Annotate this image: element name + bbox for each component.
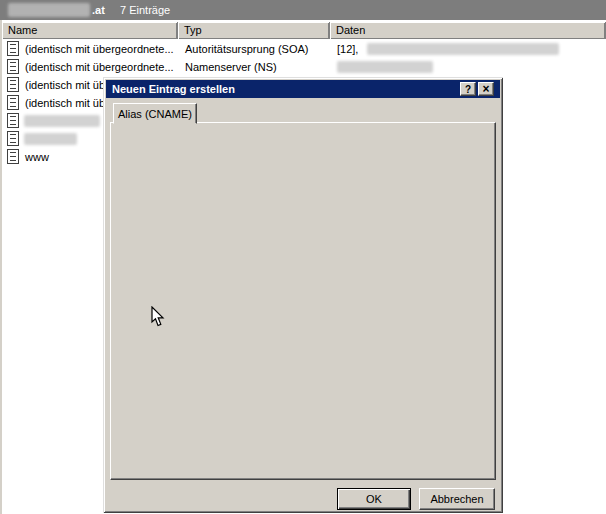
dns-console-window: .at 7 Einträge Name Typ Daten (identisch… — [0, 0, 606, 514]
column-header-typ[interactable]: Typ — [178, 22, 330, 39]
record-type: Namenserver (NS) — [185, 58, 277, 76]
record-type: Autoritätsursprung (SOA) — [185, 40, 309, 58]
dns-record-icon — [7, 95, 19, 110]
zone-suffix: .at — [92, 0, 105, 20]
table-row[interactable]: (identisch mit übergeordnete... Namenser… — [2, 58, 606, 76]
dns-record-icon — [7, 77, 19, 92]
dns-record-icon — [7, 131, 19, 146]
redacted-text — [24, 133, 77, 145]
mouse-cursor — [151, 306, 167, 328]
table-row[interactable]: (identisch mit übergeordnete... Autoritä… — [2, 40, 606, 58]
redacted-text — [367, 43, 559, 55]
cancel-button[interactable]: Abbrechen — [419, 488, 495, 510]
record-name: www — [25, 148, 49, 166]
redacted-zone-name — [8, 3, 90, 17]
redacted-text — [337, 61, 433, 73]
record-name: (identisch mit übergeordnete... — [25, 58, 174, 76]
record-data: [12], — [337, 40, 358, 58]
zone-header-bar: .at 7 Einträge — [0, 0, 606, 20]
new-record-dialog: Neuen Eintrag erstellen ? × Alias (CNAME… — [103, 77, 503, 513]
record-name: (identisch mit übergeordnete... — [25, 40, 174, 58]
dialog-title-bar[interactable]: Neuen Eintrag erstellen ? × — [106, 80, 500, 98]
dialog-title: Neuen Eintrag erstellen — [112, 80, 235, 98]
dns-record-icon — [7, 59, 19, 74]
tab-alias-cname[interactable]: Alias (CNAME) — [113, 103, 197, 124]
tab-page — [110, 122, 496, 480]
record-count: 7 Einträge — [120, 0, 170, 20]
help-icon[interactable]: ? — [460, 82, 476, 96]
column-header-name[interactable]: Name — [2, 22, 178, 39]
dns-record-icon — [7, 149, 19, 164]
ok-button[interactable]: OK — [337, 488, 411, 510]
close-icon[interactable]: × — [478, 82, 494, 96]
dns-record-icon — [7, 41, 19, 56]
dns-record-icon — [7, 113, 19, 128]
redacted-text — [24, 115, 100, 127]
column-header-daten[interactable]: Daten — [330, 22, 606, 39]
